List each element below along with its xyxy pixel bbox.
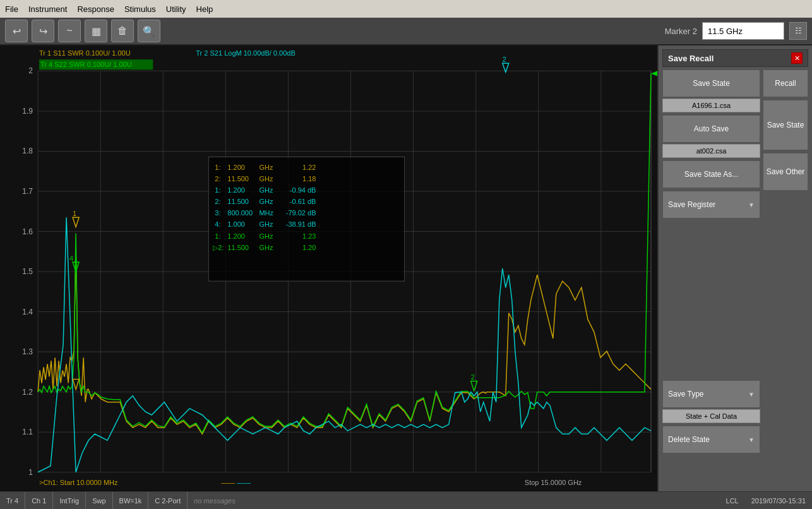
svg-text:1.4: 1.4 xyxy=(22,308,33,316)
svg-text:>Ch1:  Start  10.0000 MHz: >Ch1: Start 10.0000 MHz xyxy=(39,479,118,486)
svg-text:▷2:: ▷2: xyxy=(213,244,224,251)
svg-text:MHz: MHz xyxy=(259,209,273,217)
svg-text:-38.91 dB: -38.91 dB xyxy=(286,220,316,228)
svg-text:11.500: 11.500 xyxy=(227,175,249,183)
col-right: Recall Save State Save Other xyxy=(763,69,808,488)
chart-svg: 2 1.9 1.8 1.7 1.6 1.5 1.4 1.3 1.2 1.1 1 … xyxy=(0,45,657,491)
menu-stimulus[interactable]: Stimulus xyxy=(124,4,156,14)
status-inttrig[interactable]: IntTrig xyxy=(53,492,86,509)
copy-button[interactable]: ▦ xyxy=(85,20,107,42)
status-bar: Tr 4 Ch 1 IntTrig Swp BW=1k C 2-Port no … xyxy=(0,491,812,509)
save-state-section: Save State xyxy=(662,69,760,112)
svg-text:GHz: GHz xyxy=(259,198,273,205)
svg-text:——: —— xyxy=(221,479,236,486)
trace-button[interactable]: ~ xyxy=(58,20,81,42)
marker-label: Marker 2 xyxy=(665,27,697,36)
svg-text:1.22: 1.22 xyxy=(302,164,316,171)
save-other-button[interactable]: Save Other xyxy=(763,153,808,191)
redo-button[interactable]: ↪ xyxy=(32,20,54,42)
menu-bar: File Instrument Response Stimulus Utilit… xyxy=(0,0,812,18)
zoom-button[interactable]: 🔍 xyxy=(138,20,160,42)
save-type-input[interactable] xyxy=(662,409,760,423)
chart-container: 2 1.9 1.8 1.7 1.6 1.5 1.4 1.3 1.2 1.1 1 … xyxy=(0,45,657,491)
undo-button[interactable]: ↩ xyxy=(5,20,28,42)
save-register-button[interactable]: Save Register ▼ xyxy=(662,191,760,219)
svg-text:Tr 2  S21 LogM 10.00dB/  0.00d: Tr 2 S21 LogM 10.00dB/ 0.00dB xyxy=(196,49,295,57)
svg-text:1.9: 1.9 xyxy=(22,107,33,116)
svg-text:1.3: 1.3 xyxy=(22,347,33,356)
svg-text:2: 2 xyxy=(471,373,475,381)
auto-save-button[interactable]: Auto Save xyxy=(662,115,760,143)
svg-text:GHz: GHz xyxy=(259,232,273,240)
status-datetime: 2019/07/30-15:31 xyxy=(745,497,812,505)
panel-title: Save Recall xyxy=(668,54,713,63)
svg-text:1.000: 1.000 xyxy=(227,220,245,228)
delete-state-button[interactable]: Delete State ▼ xyxy=(662,426,760,453)
save-register-label: Save Register xyxy=(668,200,715,209)
save-type-section: Save Type ▼ xyxy=(662,380,760,423)
save-state-input[interactable] xyxy=(662,99,760,112)
svg-text:1.6: 1.6 xyxy=(22,227,33,236)
status-lcl: LCL xyxy=(720,497,745,505)
svg-text:GHz: GHz xyxy=(259,244,273,251)
save-type-arrow: ▼ xyxy=(748,391,755,398)
save-state-button[interactable]: Save State xyxy=(662,69,760,97)
panel-columns: Save State Auto Save Save State As... Sa… xyxy=(662,69,808,488)
svg-text:3:: 3: xyxy=(215,209,220,217)
svg-text:2:: 2: xyxy=(215,175,220,183)
svg-text:-79.02 dB: -79.02 dB xyxy=(286,209,316,217)
save-register-arrow: ▼ xyxy=(748,201,755,208)
menu-help[interactable]: Help xyxy=(196,4,213,14)
svg-text:Tr 1  S11 SWR 0.100U/  1.00U: Tr 1 S11 SWR 0.100U/ 1.00U xyxy=(39,49,131,57)
panel-header: Save Recall ✕ xyxy=(662,49,808,67)
svg-text:1:: 1: xyxy=(215,186,220,194)
save-state-as-button[interactable]: Save State As... xyxy=(662,160,760,188)
save-type-label: Save Type xyxy=(668,390,703,398)
svg-text:GHz: GHz xyxy=(259,220,273,228)
svg-text:1: 1 xyxy=(73,210,76,217)
svg-text:GHz: GHz xyxy=(259,186,273,194)
svg-text:1.2: 1.2 xyxy=(22,388,33,397)
svg-text:11.500: 11.500 xyxy=(227,244,249,251)
delete-state-label: Delete State xyxy=(668,435,710,444)
menu-utility[interactable]: Utility xyxy=(166,4,186,14)
status-c2port[interactable]: C 2-Port xyxy=(148,492,188,509)
svg-text:GHz: GHz xyxy=(259,175,273,183)
auto-save-input[interactable] xyxy=(662,144,760,158)
bottom-spacer xyxy=(662,456,760,488)
marker-grid-button[interactable]: ☷ xyxy=(789,22,807,40)
right-panel: Save Recall ✕ Save State Auto Save Save … xyxy=(657,45,812,491)
recall-button[interactable]: Recall xyxy=(763,69,808,97)
marker-area: Marker 2 ☷ xyxy=(665,22,807,40)
main-area: 2 1.9 1.8 1.7 1.6 1.5 1.4 1.3 1.2 1.1 1 … xyxy=(0,45,812,491)
svg-text:1.200: 1.200 xyxy=(227,186,245,194)
col-right-spacer xyxy=(763,193,808,488)
menu-instrument[interactable]: Instrument xyxy=(28,4,67,14)
status-bw[interactable]: BW=1k xyxy=(113,492,149,509)
marker-value-input[interactable] xyxy=(702,22,784,40)
svg-text:1:: 1: xyxy=(215,232,220,240)
status-swp[interactable]: Swp xyxy=(86,492,112,509)
svg-text:800.000: 800.000 xyxy=(227,209,253,217)
svg-text:1.7: 1.7 xyxy=(22,187,33,196)
svg-text:1:: 1: xyxy=(215,164,220,171)
auto-save-section: Auto Save xyxy=(662,115,760,158)
svg-text:1.200: 1.200 xyxy=(227,164,245,171)
status-message: no messages xyxy=(188,497,719,505)
save-state-right-button[interactable]: Save State xyxy=(763,100,808,150)
svg-text:Stop  15.0000 GHz: Stop 15.0000 GHz xyxy=(525,479,582,486)
save-type-button[interactable]: Save Type ▼ xyxy=(662,380,760,408)
delete-state-arrow: ▼ xyxy=(748,436,755,443)
menu-response[interactable]: Response xyxy=(77,4,114,14)
status-tr4[interactable]: Tr 4 xyxy=(0,492,25,509)
close-button[interactable]: ✕ xyxy=(791,52,803,64)
svg-text:1: 1 xyxy=(28,468,33,477)
delete-button[interactable]: 🗑 xyxy=(111,20,134,42)
svg-text:4:: 4: xyxy=(215,220,220,228)
menu-file[interactable]: File xyxy=(5,4,18,14)
svg-text:1.1: 1.1 xyxy=(22,428,33,436)
svg-text:1.5: 1.5 xyxy=(22,267,33,276)
svg-text:1.20: 1.20 xyxy=(302,244,316,251)
svg-text:1.200: 1.200 xyxy=(227,232,245,240)
status-ch1[interactable]: Ch 1 xyxy=(25,492,53,509)
